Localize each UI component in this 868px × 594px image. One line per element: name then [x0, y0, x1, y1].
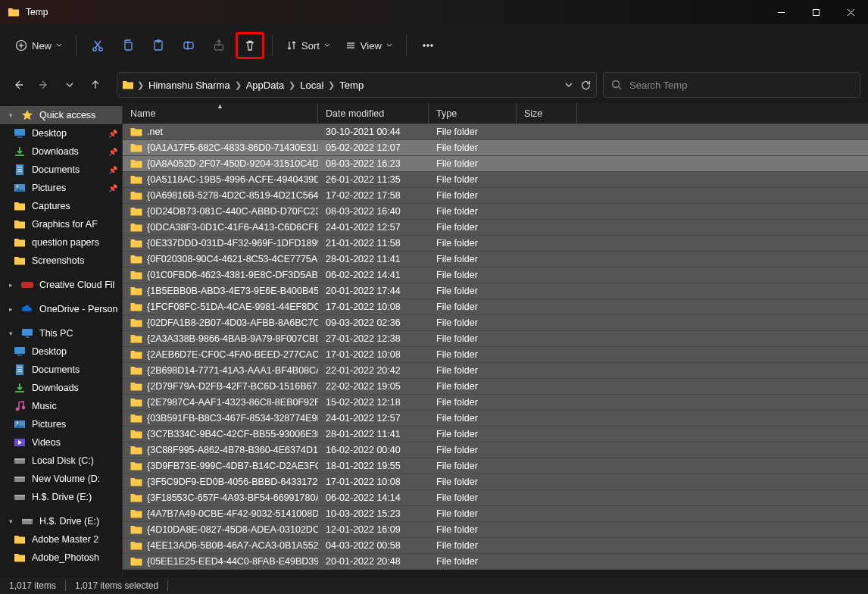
- recent-button[interactable]: [59, 74, 80, 95]
- table-row[interactable]: {3F18553C-657F-4A93-BF54-66991780AE6...0…: [123, 490, 868, 506]
- expand-icon[interactable]: ▾: [6, 330, 15, 337]
- refresh-icon[interactable]: [580, 80, 592, 91]
- expand-icon[interactable]: ▸: [6, 281, 15, 289]
- breadcrumb-item[interactable]: Local: [298, 78, 325, 92]
- minimize-button[interactable]: [763, 0, 798, 24]
- rename-button[interactable]: [175, 32, 202, 59]
- sidebar-item[interactable]: ▾This PC: [0, 324, 122, 342]
- table-row[interactable]: {3F5C9DF9-ED0B-4056-BBBD-64331725E5...17…: [123, 474, 868, 490]
- more-button[interactable]: [414, 32, 442, 59]
- expand-icon[interactable]: ▸: [6, 305, 15, 313]
- table-row[interactable]: {2E7987C4-AAF1-4323-86C8-8EB0F92F23...15…: [123, 395, 868, 411]
- table-row[interactable]: {2B698D14-7771-41A3-AAA1-BF4B08CA0...22-…: [123, 363, 868, 379]
- file-date: 28-01-2022 11:41: [318, 429, 429, 439]
- col-name[interactable]: Name▲: [123, 103, 318, 123]
- share-button[interactable]: [205, 32, 233, 59]
- table-row[interactable]: {02DFA1B8-2B07-4D03-AFBB-8A6BC7C0...09-0…: [123, 315, 868, 331]
- chevron-right-icon[interactable]: ❯: [137, 80, 144, 90]
- table-row[interactable]: {2A3A338B-9866-4BAB-9A79-8F007CBD8...27-…: [123, 331, 868, 347]
- chevron-right-icon[interactable]: ❯: [235, 80, 242, 90]
- table-row[interactable]: .net30-10-2021 00:44File folder: [123, 124, 868, 140]
- col-type[interactable]: Type: [429, 103, 517, 123]
- sidebar-item[interactable]: Documents: [0, 361, 122, 379]
- sidebar-item[interactable]: ▾H.$. Drive (E:): [0, 512, 122, 530]
- expand-icon[interactable]: ▾: [6, 111, 15, 119]
- sort-button[interactable]: Sort: [280, 32, 336, 59]
- sidebar-item[interactable]: Captures: [0, 197, 122, 215]
- sidebar-item[interactable]: question papers: [0, 233, 122, 252]
- expand-icon[interactable]: ▾: [6, 517, 15, 525]
- copy-button[interactable]: [114, 32, 142, 59]
- titlebar: Temp: [0, 0, 868, 24]
- table-row[interactable]: {0A5118AC-19B5-4996-ACFE-4940439D9...26-…: [123, 172, 868, 188]
- sidebar-item[interactable]: Adobe Master 2: [0, 530, 122, 549]
- paste-button[interactable]: [145, 32, 172, 59]
- chevron-right-icon[interactable]: ❯: [328, 80, 335, 90]
- svg-rect-41: [17, 369, 22, 370]
- table-row[interactable]: {0DCA38F3-0D1C-41F6-A413-C6D6CFB4...24-0…: [123, 220, 868, 236]
- sidebar-item[interactable]: Screenshots: [0, 252, 122, 270]
- sidebar-item[interactable]: Documents📌: [0, 161, 122, 179]
- sidebar-item[interactable]: Videos: [0, 433, 122, 452]
- file-date: 09-03-2022 02:36: [318, 317, 429, 328]
- sidebar-item-label: This PC: [39, 328, 73, 339]
- table-row[interactable]: {4A7B7A49-0CBE-4F42-9032-5141008D4D...10…: [123, 506, 868, 522]
- sidebar-item[interactable]: ▸Creative Cloud Fil: [0, 276, 122, 294]
- forward-button[interactable]: [33, 74, 55, 95]
- sidebar-item[interactable]: Desktop📌: [0, 124, 122, 142]
- table-row[interactable]: {05EE1E25-EED4-44C0-8FAB-E49BD39420...20…: [123, 554, 868, 570]
- chevron-down-icon[interactable]: [565, 81, 573, 89]
- view-button[interactable]: View: [339, 32, 398, 59]
- table-row[interactable]: {0D24DB73-081C-440C-ABBD-D70FC2371...08-…: [123, 204, 868, 220]
- sidebar-item[interactable]: Pictures📌: [0, 179, 122, 197]
- table-row[interactable]: {1FCF08FC-51DA-4CAE-9981-44EF8DCA5...17-…: [123, 299, 868, 315]
- table-row[interactable]: {0A8A052D-2F07-450D-9204-31510C4DA...08-…: [123, 156, 868, 172]
- sidebar-item[interactable]: Local Disk (C:): [0, 452, 122, 470]
- sidebar-item[interactable]: New Volume (D:: [0, 470, 122, 488]
- chevron-right-icon[interactable]: ❯: [289, 80, 295, 90]
- table-row[interactable]: {2D79F79A-D2FB-42F7-BC6D-1516B6710...22-…: [123, 379, 868, 395]
- breadcrumb-item[interactable]: AppData: [245, 78, 286, 92]
- sidebar-item[interactable]: Pictures: [0, 415, 122, 433]
- table-row[interactable]: {4EE13AD6-5B0B-46A7-ACA3-0B1A55237...04-…: [123, 538, 868, 554]
- table-row[interactable]: {3C88F995-A862-4B78-B360-4E6374D143...16…: [123, 442, 868, 458]
- sidebar-item[interactable]: H.$. Drive (E:): [0, 488, 122, 506]
- table-row[interactable]: {3C7B334C-9B4C-42CF-BB55-93006E3E9...28-…: [123, 427, 868, 442]
- address-bar[interactable]: ❯ Himanshu Sharma ❯ AppData ❯ Local ❯ Te…: [117, 72, 597, 98]
- table-row[interactable]: {3D9FB73E-999C-4DB7-B14C-D2AE3FC7A...18-…: [123, 458, 868, 474]
- col-date[interactable]: Date modified: [318, 103, 429, 123]
- close-button[interactable]: [833, 0, 868, 24]
- table-row[interactable]: {0F020308-90C4-4621-8C53-4CE7775A6A...28…: [123, 252, 868, 267]
- table-row[interactable]: {0E337DDD-031D-4F32-969F-1DFD189964...21…: [123, 236, 868, 252]
- table-row[interactable]: {0A1A17F5-682C-4833-86D0-71430E31EF...05…: [123, 140, 868, 156]
- table-row[interactable]: {01C0FBD6-4623-4381-9E8C-DF3D5ABF8...06-…: [123, 267, 868, 283]
- search-input[interactable]: Search Temp: [603, 72, 860, 98]
- table-row[interactable]: {2AEB6D7E-CF0C-4FA0-BEED-277CAC5E3...17-…: [123, 347, 868, 363]
- up-button[interactable]: [85, 74, 106, 95]
- sidebar-item[interactable]: Desktop: [0, 342, 122, 361]
- cut-button[interactable]: [84, 32, 111, 59]
- sidebar-item[interactable]: ▸OneDrive - Person: [0, 300, 122, 318]
- delete-button[interactable]: [236, 32, 264, 59]
- table-row[interactable]: {1B5EBB0B-ABD3-4E73-9E6E-B400B45B1...20-…: [123, 283, 868, 299]
- back-button[interactable]: [8, 74, 29, 95]
- breadcrumb-item[interactable]: Temp: [338, 78, 365, 92]
- svg-point-8: [99, 48, 102, 51]
- table-row[interactable]: {03B591FB-B8C3-467F-8534-328774E9BD...24…: [123, 411, 868, 427]
- table-row[interactable]: {0A69816B-5278-4D2C-8519-4D21C5646B...17…: [123, 188, 868, 204]
- svg-point-22: [431, 45, 433, 47]
- col-size[interactable]: Size: [517, 103, 577, 123]
- pin-icon: 📌: [108, 148, 117, 156]
- sidebar-item[interactable]: Music: [0, 397, 122, 415]
- breadcrumb-item[interactable]: Himanshu Sharma: [147, 78, 232, 92]
- file-name: {0D24DB73-081C-440C-ABBD-D70FC2371...: [147, 206, 318, 217]
- sidebar-item[interactable]: Downloads📌: [0, 142, 122, 161]
- sidebar-item[interactable]: Adobe_Photosh: [0, 549, 122, 567]
- file-type: File folder: [429, 540, 517, 551]
- sidebar-item[interactable]: ▾Quick access: [0, 106, 122, 124]
- new-button[interactable]: New: [9, 32, 68, 59]
- sidebar-item[interactable]: Downloads: [0, 379, 122, 397]
- sidebar-item[interactable]: Graphics for AF: [0, 215, 122, 233]
- maximize-button[interactable]: [798, 0, 833, 24]
- table-row[interactable]: {4D10DA8E-0827-45D8-ADEA-03102DC2...12-0…: [123, 522, 868, 538]
